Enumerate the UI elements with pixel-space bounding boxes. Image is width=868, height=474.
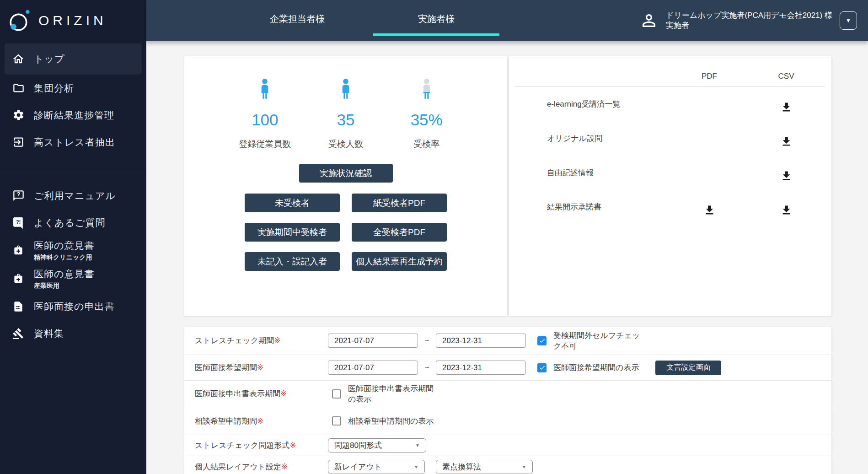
person-icon-partial-fill	[415, 74, 438, 104]
select-value: 問題80問形式	[334, 440, 382, 451]
chevron-down-icon: ▼	[415, 443, 420, 448]
range-separator: ~	[418, 336, 436, 345]
sidebar-item-doctor-opinion-psychiatric[interactable]: 医師の意見書 精神科クリニック用	[0, 236, 146, 264]
stats-row: 100 登録従業員数 35 受検人数	[184, 74, 507, 150]
sidebar-item-label: トップ	[34, 53, 64, 65]
user-block: ドリームホップ実施者(PCA用デモ会社2021) 様 実施者 ▼	[639, 0, 857, 41]
user-role: 実施者	[666, 21, 832, 31]
select-value: 素点換算法	[442, 462, 481, 472]
logo[interactable]: ORIZIN	[0, 0, 146, 41]
csv-download-icon[interactable]	[780, 170, 793, 182]
form-row-stress-check-period: ストレスチェック期間※ 2021-07-07 ~ 2023-12-31 受検期間…	[184, 327, 831, 355]
interview-period-display-checkbox[interactable]	[537, 363, 547, 372]
user-menu-button[interactable]: ▼	[840, 11, 857, 30]
interview-period-start-input[interactable]: 2021-07-07	[328, 361, 418, 375]
personal-result-regen-button[interactable]: 個人結果票再生成予約	[352, 252, 447, 271]
user-info: ドリームホップ実施者(PCA用デモ会社2021) 様 実施者	[666, 11, 832, 31]
sidebar-item-resources[interactable]: 資料集	[0, 320, 146, 347]
csv-download-icon[interactable]	[780, 204, 793, 216]
sidebar-item-high-stress-extract[interactable]: 高ストレス者抽出	[0, 129, 146, 156]
in-period-examinee-button[interactable]: 実施期間中受検者	[245, 223, 340, 242]
not-examined-button[interactable]: 未受検者	[245, 194, 340, 212]
self-check-disallow-checkbox[interactable]	[537, 336, 547, 345]
form-row-personal-result-layout: 個人結果レイアウト設定※ 新レイアウト ▼ 素点換算法 ▼	[184, 456, 831, 474]
export-icon	[11, 135, 25, 149]
form-row-doctor-interview-period: 医師面接希望期間※ 2021-07-07 ~ 2023-12-31 医師面接希望…	[184, 355, 831, 381]
downloads-header: PDF CSV	[509, 56, 831, 86]
sidebar-item-sublabel: 産業医用	[34, 282, 95, 290]
sidebar: ORIZIN トップ 集団分析 診断結果進捗管理	[0, 0, 146, 474]
checkbox-label: 相談希望申請期間の表示	[348, 416, 434, 426]
stat-value: 100	[252, 111, 278, 129]
sidebar-item-doctor-opinion-occupational[interactable]: 医師の意見書 産業医用	[0, 264, 146, 293]
stress-period-end-input[interactable]: 2023-12-31	[436, 334, 526, 348]
consult-request-display-checkbox[interactable]	[332, 416, 341, 426]
unfilled-misfilled-button[interactable]: 未記入・誤記入者	[245, 252, 340, 271]
field-label: ストレスチェック期間※	[195, 335, 328, 346]
stat-examination-rate: 35% 受検率	[386, 74, 467, 150]
action-button-grid: 未受検者 紙受検者PDF 実施期間中受検者 全受検者PDF 未記入・誤記入者 個…	[245, 194, 447, 271]
main-area: 企業担当者様 実施者様 ドリームホップ実施者(PCA用デモ会社2021) 様 実…	[146, 0, 868, 474]
implementation-status-card: 100 登録従業員数 35 受検人数	[184, 56, 507, 316]
sidebar-item-top[interactable]: トップ	[5, 43, 142, 75]
svg-text:?!: ?!	[16, 219, 21, 225]
chevron-down-icon: ▼	[414, 464, 418, 469]
tab-company-representative[interactable]: 企業担当者様	[233, 0, 361, 41]
interview-period-end-input[interactable]: 2023-12-31	[436, 361, 526, 375]
download-row-label: e-learning受講済一覧	[547, 99, 671, 109]
form-row-question-format: ストレスチェック問題形式※ 問題80問形式 ▼	[184, 435, 831, 456]
sidebar-item-label: 医師面接の申出書	[34, 300, 115, 313]
field-label: ストレスチェック問題形式※	[195, 440, 328, 451]
pdf-column-header: PDF	[671, 72, 748, 81]
sidebar-item-progress-management[interactable]: 診断結果進捗管理	[0, 102, 146, 129]
interview-request-display-checkbox[interactable]	[332, 389, 341, 399]
faq-bubble-icon: ?!	[11, 216, 25, 230]
stat-registered-employees: 100 登録従業員数	[225, 74, 305, 150]
sidebar-item-label: 医師の意見書	[34, 239, 95, 252]
paper-examinee-pdf-button[interactable]: 紙受検者PDF	[352, 194, 447, 212]
download-row-elearning: e-learning受講済一覧	[509, 87, 831, 121]
top-header: 企業担当者様 実施者様 ドリームホップ実施者(PCA用デモ会社2021) 様 実…	[146, 0, 868, 41]
folder-icon	[11, 81, 25, 95]
chevron-down-icon: ▼	[522, 464, 526, 469]
stat-examinees: 35 受検人数	[305, 74, 386, 150]
required-mark: ※	[280, 389, 287, 398]
required-mark: ※	[274, 336, 280, 345]
tab-implementer[interactable]: 実施者様	[372, 0, 500, 41]
manual-help-bubble-icon: ?	[11, 189, 25, 203]
implementation-status-button[interactable]: 実施状況確認	[299, 164, 393, 183]
csv-column-header: CSV	[748, 72, 825, 81]
sidebar-item-faq[interactable]: ?! よくあるご質問	[0, 209, 146, 236]
sidebar-item-interview-request-form[interactable]: 医師面接の申出書	[0, 293, 146, 320]
field-label: 相談希望申請期間※	[195, 416, 328, 426]
download-row-label: 結果開示承諾書	[547, 202, 671, 212]
checkbox-label: 医師面接希望期間の表示	[553, 362, 639, 373]
content-area: 100 登録従業員数 35 受検人数	[146, 41, 868, 474]
pdf-download-icon[interactable]	[703, 204, 716, 216]
required-mark: ※	[281, 463, 288, 471]
checkbox-label: 受検期間外セルフチェック不可	[553, 330, 641, 351]
checkbox-label: 医師面接申出書表示期間の表示	[348, 383, 438, 404]
sidebar-divider	[0, 169, 146, 169]
layout-select[interactable]: 新レイアウト ▼	[328, 460, 425, 474]
csv-download-icon[interactable]	[780, 101, 793, 113]
stress-period-start-input[interactable]: 2021-07-07	[328, 334, 418, 348]
all-examinee-pdf-button[interactable]: 全受検者PDF	[352, 223, 447, 242]
download-row-label: 自由記述情報	[547, 167, 671, 178]
score-conversion-select[interactable]: 素点換算法 ▼	[436, 460, 533, 474]
sidebar-item-group-analysis[interactable]: 集団分析	[0, 75, 146, 102]
required-mark: ※	[257, 363, 263, 372]
wording-settings-button[interactable]: 文言設定画面	[655, 361, 721, 375]
user-icon	[639, 11, 659, 30]
sidebar-item-manual[interactable]: ? ご利用マニュアル	[0, 182, 146, 209]
download-row-consent-form: 結果開示承諾書	[509, 190, 831, 224]
header-tabs: 企業担当者様 実施者様	[233, 0, 500, 41]
download-row-free-text: 自由記述情報	[509, 156, 831, 190]
downloads-card: PDF CSV e-learning受講済一覧 オリジナル設問	[509, 56, 831, 316]
stat-value: 35	[337, 111, 355, 129]
csv-download-icon[interactable]	[780, 135, 793, 148]
svg-text:?: ?	[16, 191, 20, 198]
question-format-select[interactable]: 問題80問形式 ▼	[328, 438, 426, 452]
sidebar-item-label: 資料集	[34, 327, 64, 340]
sidebar-item-label: よくあるご質問	[34, 216, 105, 229]
